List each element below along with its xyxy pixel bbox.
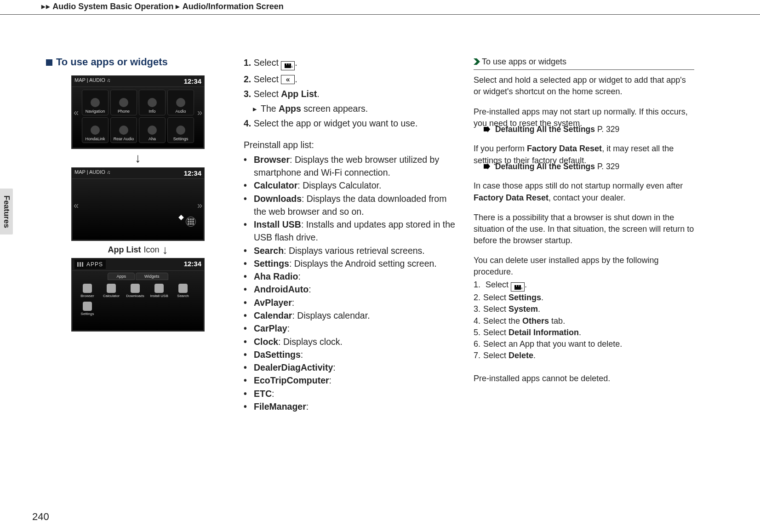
step-4: 4. Select the app or widget you want to …	[244, 117, 460, 130]
step-3-sub: The Apps screen appears.	[244, 102, 460, 115]
left-column: To use apps or widgets MAP | AUDIO ♫ 12:…	[46, 56, 230, 413]
proc-step: Select Delete.	[474, 350, 694, 361]
step-2: 2. Select .	[244, 73, 460, 86]
square-bullet-icon	[46, 59, 52, 66]
chevron-left-icon: «	[74, 107, 79, 118]
home-icon: HOME	[511, 282, 525, 292]
preinstall-app-list: BrowserDisplays the web browser utilized…	[244, 153, 460, 413]
cross-reference: Defaulting All the Settings P. 329	[474, 124, 694, 135]
cross-reference: Defaulting All the Settings P. 329	[474, 161, 694, 172]
proc-step: Select Detail Information.	[474, 327, 694, 338]
breadcrumb: Audio System Basic Operation Audio/Infor…	[0, 0, 760, 15]
screenshot-apps: APPS 12:34 Apps Widgets Browser Calculat…	[71, 258, 205, 332]
screenshot-blank: MAP | AUDIO ♫ 12:34 « »	[71, 167, 205, 241]
tip-paragraph: Select and hold a selected app or widget…	[474, 74, 694, 97]
chevron-icon	[176, 2, 180, 11]
step-1: 1. Select HOME.	[244, 56, 460, 71]
app-list-callout: App List Icon ↓	[108, 243, 168, 257]
instructions-column: 1. Select HOME. 2. Select . 3. Select Ap…	[244, 56, 460, 413]
proc-step: Select System.	[474, 303, 694, 315]
chevron-right-icon: »	[197, 200, 202, 211]
breadcrumb-level-2: Audio/Information Screen	[183, 2, 284, 11]
tip-paragraph: You can delete user installed apps by th…	[474, 255, 694, 278]
screenshot-home: MAP | AUDIO ♫ 12:34 « » Navigation Phone…	[71, 75, 205, 149]
double-chevron-left-icon	[281, 75, 295, 84]
section-title: To use apps or widgets	[46, 56, 230, 68]
arrow-down-icon: ↓	[135, 152, 141, 165]
proc-step: Select the Others tab.	[474, 315, 694, 327]
app-list-icon	[186, 217, 196, 227]
breadcrumb-level-1: Audio System Basic Operation	[52, 2, 173, 11]
delete-procedure: Select HOME. Select Settings. Select Sys…	[474, 279, 694, 362]
proc-step: Select Settings.	[474, 292, 694, 303]
chevron-left-icon: «	[74, 200, 79, 211]
tip-paragraph: There is a possibility that a browser is…	[474, 212, 694, 247]
proc-step: Select an App that you want to delete.	[474, 338, 694, 350]
home-icon: HOME	[281, 61, 295, 70]
tips-sidebar: To use apps or widgets Select and hold a…	[474, 56, 694, 413]
preinstall-heading: Preinstall app list:	[244, 138, 460, 151]
chevron-icon	[41, 2, 46, 11]
tips-title: To use apps or widgets	[474, 56, 694, 70]
page-number: 240	[32, 511, 49, 523]
step-3: 3. Select App List.	[244, 87, 460, 100]
tip-paragraph: Pre-installed apps cannot be deleted.	[474, 373, 694, 384]
tip-paragraph: In case those apps still do not startup …	[474, 180, 694, 203]
chevron-right-icon: »	[197, 107, 202, 118]
chevron-icon	[46, 2, 51, 11]
proc-step: Select HOME.	[474, 279, 694, 292]
